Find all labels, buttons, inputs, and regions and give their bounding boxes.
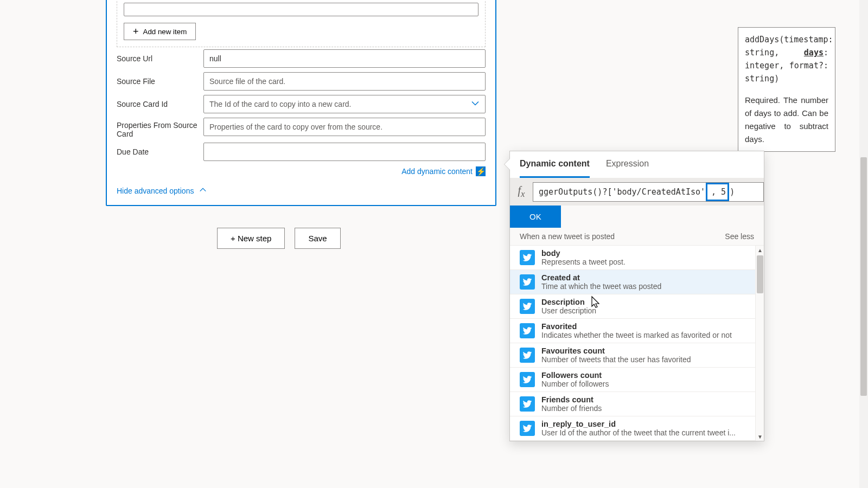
scroll-thumb[interactable] [757, 255, 763, 293]
expression-input[interactable]: ggerOutputs()?['body/CreatedAtIso', 5) [533, 182, 764, 202]
source-url-input[interactable]: null [203, 49, 486, 68]
dc-item-title: in_reply_to_user_id [541, 420, 736, 428]
dc-item-desc: User Id of the author of the tweet that … [541, 428, 736, 437]
see-less-link[interactable]: See less [725, 232, 754, 241]
dc-item[interactable]: DescriptionUser description [510, 294, 764, 319]
scroll-up-icon[interactable]: ▲ [756, 246, 764, 254]
add-item-label: Add new item [143, 28, 187, 36]
props-from-src-input[interactable]: Properties of the card to copy over from… [203, 118, 486, 136]
new-step-button[interactable]: + New step [217, 228, 285, 249]
dc-section-title: When a new tweet is posted [520, 232, 615, 241]
chevron-down-icon [471, 99, 480, 110]
source-file-input[interactable]: Source file of the card. [203, 72, 486, 91]
source-card-id-label: Source Card Id [117, 100, 203, 108]
dc-item-desc: User description [541, 306, 596, 315]
props-from-src-label: Properties From Source Card [117, 118, 203, 138]
flow-footer-buttons: + New step Save [217, 228, 341, 249]
dc-item[interactable]: in_reply_to_user_idUser Id of the author… [510, 416, 764, 441]
tab-dynamic-content[interactable]: Dynamic content [520, 151, 590, 178]
due-date-label: Due Date [117, 147, 203, 156]
dc-item-desc: Indicates whether the tweet is marked as… [541, 331, 732, 339]
dc-item-desc: Number of followers [541, 380, 609, 388]
dc-item-title: Followers count [541, 371, 609, 380]
item-input[interactable] [124, 3, 478, 16]
flyout-beak [505, 159, 510, 170]
dc-item-title: Favorited [541, 322, 732, 331]
dc-item[interactable]: Favourites countNumber of tweets that th… [510, 343, 764, 368]
dc-item[interactable]: bodyRepresents a tweet post. [510, 246, 764, 270]
page-scroll-thumb[interactable] [860, 157, 867, 396]
dc-section-header: When a new tweet is posted See less [510, 228, 764, 246]
scroll-down-icon[interactable]: ▼ [756, 432, 764, 441]
ok-button[interactable]: OK [510, 206, 561, 228]
dc-item-list: bodyRepresents a tweet post.Created atTi… [510, 246, 764, 441]
dc-item-title: Friends count [541, 395, 602, 404]
source-card-id-picker[interactable]: The Id of the card to copy into a new ca… [203, 95, 486, 113]
dynamic-content-flyout: Dynamic content Expression fx ggerOutput… [509, 151, 764, 441]
tooltip-description: Required. The number of days to add. Can… [745, 94, 828, 146]
flow-action-card: + Add new item Source Url null Source Fi… [106, 0, 496, 206]
add-dynamic-content-link[interactable]: Add dynamic content ⚡ [107, 163, 495, 177]
chevron-up-icon [199, 186, 207, 195]
repeating-items-box: + Add new item [117, 0, 486, 47]
twitter-icon [520, 274, 535, 290]
twitter-icon [520, 372, 535, 387]
fx-icon: fx [510, 184, 533, 200]
dc-item-title: Created at [541, 273, 661, 282]
twitter-icon [520, 396, 535, 412]
source-file-label: Source File [117, 77, 203, 86]
dc-item-desc: Number of friends [541, 404, 602, 413]
dc-item-desc: Represents a tweet post. [541, 258, 626, 266]
flyout-scrollbar[interactable]: ▲ ▼ [755, 246, 764, 441]
twitter-icon [520, 250, 535, 265]
source-url-label: Source Url [117, 54, 203, 63]
hide-advanced-toggle[interactable]: Hide advanced options [107, 177, 495, 205]
page-scrollbar[interactable] [859, 0, 868, 488]
twitter-icon [520, 323, 535, 338]
plus-icon: + [133, 27, 139, 36]
lightning-icon: ⚡ [476, 166, 486, 176]
expression-bar: fx ggerOutputs()?['body/CreatedAtIso', 5… [510, 178, 764, 228]
twitter-icon [520, 421, 535, 436]
twitter-icon [520, 299, 535, 314]
tooltip-signature: addDays(timestamp: string, days: integer… [745, 33, 828, 85]
dc-item[interactable]: Friends countNumber of friends [510, 392, 764, 416]
dc-item[interactable]: Followers countNumber of followers [510, 368, 764, 392]
dc-item-title: Favourites count [541, 346, 691, 355]
function-tooltip: addDays(timestamp: string, days: integer… [738, 27, 835, 152]
dc-item-desc: Time at which the tweet was posted [541, 282, 661, 291]
expression-cursor-highlight: , 5 [706, 183, 729, 201]
dc-item-title: body [541, 249, 626, 258]
dc-item-title: Description [541, 298, 596, 306]
dc-item[interactable]: FavoritedIndicates whether the tweet is … [510, 319, 764, 343]
add-new-item-button[interactable]: + Add new item [124, 23, 196, 40]
dc-item-desc: Number of tweets that the user has favor… [541, 355, 691, 364]
due-date-input[interactable] [203, 143, 486, 161]
twitter-icon [520, 348, 535, 363]
tab-expression[interactable]: Expression [606, 151, 649, 178]
dc-item[interactable]: Created atTime at which the tweet was po… [510, 270, 764, 294]
save-button[interactable]: Save [295, 228, 340, 249]
flyout-tabs: Dynamic content Expression [510, 151, 764, 178]
